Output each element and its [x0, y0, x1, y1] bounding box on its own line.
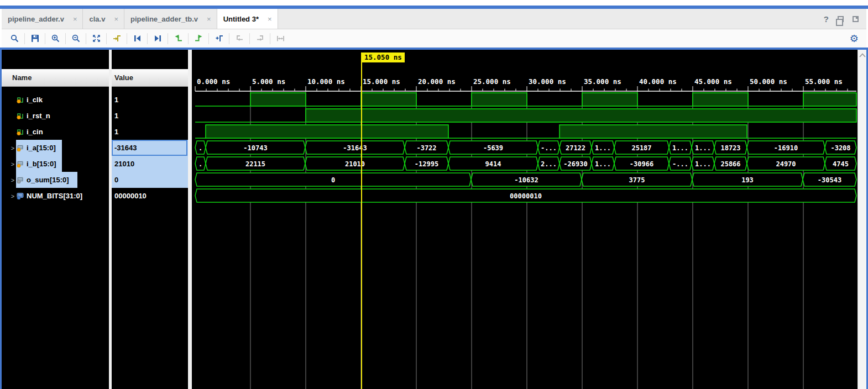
signal-row-NUM_BITS[interactable]: > NUM_BITS[31:0] — [2, 188, 109, 204]
signal-value: 1 — [114, 128, 118, 136]
svg-text:-3208: -3208 — [830, 144, 850, 152]
waveform-area[interactable]: 0.000 ns5.000 ns10.000 ns15.000 ns20.000… — [192, 50, 857, 389]
name-header-label: Name — [12, 73, 32, 82]
value-cell-i_rst_n[interactable]: 1 — [112, 108, 188, 124]
svg-text:5.000 ns: 5.000 ns — [252, 77, 285, 86]
svg-text:10.000 ns: 10.000 ns — [307, 77, 345, 86]
tab-bar-actions: ? — [824, 9, 866, 29]
waveform-canvas[interactable]: 0.000 ns5.000 ns10.000 ns15.000 ns20.000… — [192, 52, 857, 389]
tab-label: Untitled 3* — [223, 15, 259, 23]
maximize-window-icon[interactable] — [853, 16, 859, 22]
zoom-out-icon[interactable] — [67, 31, 84, 46]
scroll-up-icon[interactable] — [859, 53, 866, 57]
svg-text:1...: 1... — [595, 160, 611, 168]
focused-cell-border — [112, 140, 187, 156]
svg-text:55.000 ns: 55.000 ns — [805, 77, 843, 86]
float-window-icon[interactable] — [838, 16, 844, 22]
next-marker-icon[interactable] — [149, 31, 166, 46]
wave-toolbar: ⚙ — [2, 29, 866, 48]
scalar-signal-icon — [17, 128, 24, 135]
signal-value: 1 — [114, 96, 118, 104]
svg-text:27122: 27122 — [566, 144, 585, 152]
previous-transition-icon[interactable] — [170, 31, 186, 46]
find-icon[interactable] — [6, 31, 23, 46]
bus-signal-icon — [17, 160, 24, 167]
next-transition-icon[interactable] — [190, 31, 207, 46]
close-icon[interactable]: × — [73, 15, 77, 23]
signal-row-i_clk[interactable]: > i_clk — [2, 92, 109, 108]
previous-marker-icon[interactable] — [129, 31, 145, 46]
tab-untitled-3[interactable]: Untitled 3* × — [217, 9, 278, 29]
signal-row-i_b[interactable]: > i_b[15:0] — [2, 156, 109, 172]
tab-pipeline_adder[interactable]: pipeline_adder.v × — [2, 9, 83, 29]
svg-text:18723: 18723 — [720, 144, 740, 152]
svg-text:-26930: -26930 — [563, 160, 587, 168]
signal-row-i_cin[interactable]: > i_cin — [2, 124, 109, 140]
svg-text:25866: 25866 — [720, 160, 740, 168]
expand-chevron-icon[interactable]: > — [9, 161, 17, 167]
signal-value: 00000010 — [114, 192, 147, 200]
value-cell-i_b[interactable]: 21010 — [112, 156, 188, 172]
close-icon[interactable]: × — [114, 15, 118, 23]
svg-text:15.000 ns: 15.000 ns — [363, 77, 400, 86]
signal-name-label: i_a[15:0] — [27, 144, 56, 152]
expand-chevron-icon[interactable]: > — [9, 145, 17, 151]
svg-text:1...: 1... — [595, 144, 611, 152]
value-cell-i_cin[interactable]: 1 — [112, 124, 188, 140]
go-to-next-edge-icon[interactable] — [252, 31, 268, 46]
tab-bar: pipeline_adder.v × cla.v × pipeline_adde… — [2, 9, 866, 29]
svg-text:45.000 ns: 45.000 ns — [694, 77, 732, 86]
add-marker-icon[interactable] — [211, 31, 227, 46]
cursor-time-label[interactable]: 15.050 ns — [362, 52, 405, 62]
svg-text:24970: 24970 — [776, 160, 796, 168]
help-icon[interactable]: ? — [824, 14, 829, 24]
svg-text:-3722: -3722 — [416, 144, 436, 152]
svg-text:1...: 1... — [695, 160, 711, 168]
zoom-fit-icon[interactable] — [88, 31, 104, 46]
close-icon[interactable]: × — [207, 15, 211, 23]
svg-text:22115: 22115 — [245, 160, 265, 168]
svg-text:-12995: -12995 — [415, 160, 438, 168]
value-column-header[interactable]: Value — [112, 69, 188, 87]
svg-text:-31643: -31643 — [343, 144, 367, 152]
svg-text:0: 0 — [331, 176, 335, 184]
signal-row-o_sum[interactable]: > o_sum[15:0] — [2, 172, 109, 188]
svg-text:9414: 9414 — [485, 160, 501, 168]
vertical-scrollbar[interactable] — [857, 50, 866, 389]
bus-signal-icon — [17, 144, 24, 151]
expand-chevron-icon[interactable]: > — [9, 193, 17, 199]
svg-text:.: . — [198, 160, 202, 168]
signal-name-label: NUM_BITS[31:0] — [27, 192, 82, 200]
signal-name-label: i_cin — [27, 128, 43, 136]
svg-text:50.000 ns: 50.000 ns — [750, 77, 787, 86]
expand-chevron-icon[interactable]: > — [9, 177, 17, 183]
signal-row-i_a[interactable]: > i_a[15:0] — [2, 140, 109, 156]
svg-text:00000010: 00000010 — [510, 192, 542, 200]
signal-value: 0 — [114, 176, 118, 184]
settings-gear-icon[interactable]: ⚙ — [850, 34, 859, 44]
close-icon[interactable]: × — [268, 15, 272, 23]
tab-cla[interactable]: cla.v × — [83, 9, 124, 29]
save-icon[interactable] — [27, 31, 43, 46]
signal-row-i_rst_n[interactable]: > i_rst_n — [2, 108, 109, 124]
value-cell-i_clk[interactable]: 1 — [112, 92, 188, 108]
tab-pipeline_adder_tb[interactable]: pipeline_adder_tb.v × — [124, 9, 217, 29]
value-cell-NUM_BITS[interactable]: 00000010 — [112, 188, 188, 204]
value-cell-o_sum[interactable]: 0 — [112, 172, 188, 188]
name-column-header[interactable]: Name — [2, 69, 109, 87]
go-to-previous-edge-icon[interactable] — [231, 31, 248, 46]
signal-name-label: i_b[15:0] — [27, 160, 56, 168]
svg-text:2...: 2... — [541, 160, 557, 168]
swap-cursors-icon[interactable] — [272, 31, 289, 46]
svg-text:1...: 1... — [695, 144, 711, 152]
signal-name-label: i_clk — [27, 96, 43, 104]
svg-text:4745: 4745 — [833, 160, 849, 168]
column-splitter[interactable] — [188, 50, 192, 389]
tab-label: pipeline_adder.v — [8, 15, 64, 23]
signal-name-panel: Name > i_clk > i_rst_n > i_cin > i_a[15:… — [2, 50, 109, 389]
go-to-cursor-icon[interactable] — [108, 31, 125, 46]
svg-text:3775: 3775 — [629, 176, 645, 184]
svg-text:-10743: -10743 — [243, 144, 267, 152]
zoom-in-icon[interactable] — [47, 31, 64, 46]
svg-text:-30543: -30543 — [818, 176, 841, 184]
